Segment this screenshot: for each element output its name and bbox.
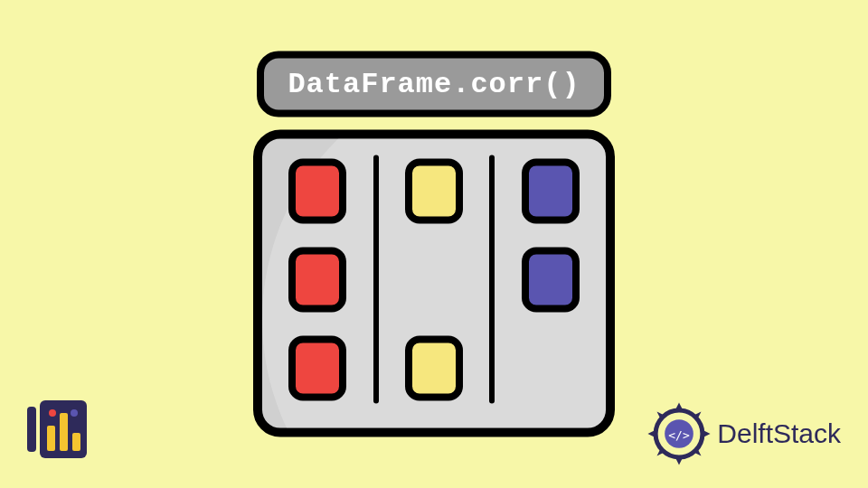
cell-blue: [522, 159, 580, 224]
column-2: [379, 139, 490, 428]
column-1: [262, 139, 373, 428]
cell-red: [288, 336, 346, 401]
cell-blue: [522, 248, 580, 313]
bar-icon: [72, 433, 80, 451]
brand-logo: </> DelftStack: [646, 401, 841, 466]
chart-icon: [27, 398, 90, 461]
bar-icon: [60, 413, 68, 451]
accent-bar: [27, 407, 36, 452]
red-dot-icon: [49, 409, 56, 417]
gear-icon: </>: [646, 401, 712, 466]
dataframe-illustration: DataFrame.corr(): [253, 52, 615, 437]
cell-yellow: [405, 159, 463, 224]
dataframe-grid: [253, 130, 615, 437]
svg-marker-3: [648, 430, 656, 438]
method-title: DataFrame.corr(): [257, 52, 610, 117]
cell-red: [288, 248, 346, 313]
blue-dot-icon: [71, 409, 78, 417]
bars-icon: [40, 400, 87, 458]
brand-name: DelftStack: [717, 418, 841, 449]
svg-text:</>: </>: [669, 428, 691, 442]
cell-yellow: [405, 336, 463, 401]
svg-marker-4: [703, 430, 711, 438]
bar-icon: [47, 426, 55, 451]
svg-marker-2: [675, 457, 684, 465]
cell-red: [288, 159, 346, 224]
svg-marker-1: [675, 402, 684, 410]
column-3: [495, 139, 606, 428]
